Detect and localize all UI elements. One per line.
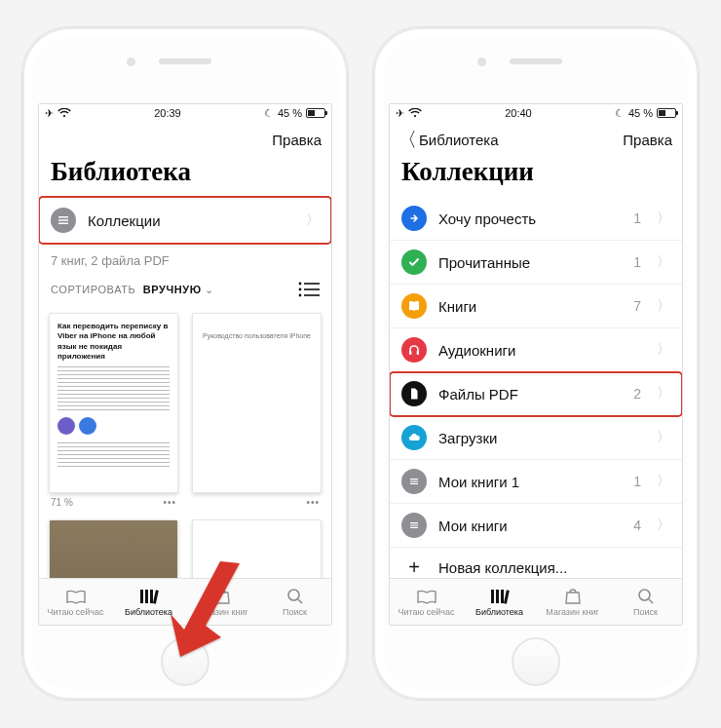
collection-row[interactable]: Прочитанные1〉 — [390, 241, 682, 285]
collection-row[interactable]: Загрузки〉 — [390, 416, 682, 460]
status-time: 20:40 — [505, 107, 532, 119]
collection-row[interactable]: Аудиокниги〉 — [390, 328, 682, 372]
collection-count: 2 — [633, 386, 641, 402]
library-icon — [138, 588, 160, 605]
list-view-icon[interactable] — [298, 282, 320, 297]
tab-store[interactable]: Магазин книг — [185, 579, 258, 625]
new-collection-row[interactable]: +Новая коллекция... — [390, 548, 682, 578]
collection-count: 1 — [633, 254, 641, 270]
phone-speaker — [159, 58, 211, 64]
svg-rect-18 — [503, 590, 509, 603]
edit-button[interactable]: Правка — [272, 132, 322, 148]
svg-line-11 — [298, 599, 302, 603]
tab-label: Читаю сейчас — [398, 607, 454, 617]
cover-title: Как переводить переписку в Viber на iPho… — [57, 322, 170, 363]
chevron-right-icon: 〉 — [657, 517, 670, 534]
cloud-icon — [401, 425, 427, 450]
tab-search[interactable]: Поиск — [609, 579, 682, 625]
collection-row[interactable]: Файлы PDF2〉 — [390, 372, 682, 416]
tab-search[interactable]: Поиск — [258, 579, 331, 625]
book-item[interactable]: Руководство пользователя iPhone ••• — [192, 313, 322, 508]
tab-reading-now[interactable]: Читаю сейчас — [39, 579, 112, 625]
book-cover: ФРЭНК — [192, 519, 322, 578]
chevron-right-icon: 〉 — [657, 429, 670, 446]
collection-row[interactable]: Хочу прочесть1〉 — [390, 197, 682, 241]
svg-rect-5 — [304, 294, 320, 296]
wifi-icon — [57, 108, 71, 118]
arrow-icon — [401, 206, 427, 231]
status-time: 20:39 — [154, 107, 181, 119]
chevron-right-icon: 〉 — [657, 253, 670, 271]
collection-label: Прочитанные — [438, 254, 622, 271]
doc-icon — [401, 381, 427, 406]
book-cover: Руководство пользователя iPhone — [192, 313, 322, 493]
tab-label: Поиск — [283, 607, 307, 617]
status-bar: ✈︎ 20:39 ☾ 45 % — [39, 104, 331, 122]
svg-line-20 — [649, 599, 653, 603]
collection-row[interactable]: Мои книги4〉 — [390, 504, 682, 548]
library-counts: 7 книг, 2 файла PDF — [39, 244, 331, 282]
book-open-icon — [65, 588, 87, 605]
book-item[interactable]: ФРЭНК — [192, 519, 322, 578]
collection-count: 1 — [633, 211, 641, 226]
chevron-right-icon: 〉 — [657, 297, 670, 315]
chevron-right-icon: 〉 — [657, 473, 670, 490]
book-cover: Как переводить переписку в Viber на iPho… — [49, 313, 178, 493]
books-grid: Как переводить переписку в Viber на iPho… — [39, 307, 331, 578]
moon-icon: ☾ — [264, 107, 274, 120]
book-item[interactable]: Как переводить переписку в Viber на iPho… — [49, 313, 178, 508]
svg-point-0 — [299, 283, 302, 286]
battery-icon — [657, 108, 676, 118]
svg-rect-13 — [409, 351, 411, 355]
phone-speaker — [510, 58, 562, 64]
collection-label: Загрузки — [438, 430, 629, 446]
cover-subtitle: Руководство пользователя iPhone — [201, 331, 313, 340]
book-item[interactable]: ГЮГО — [49, 519, 178, 578]
book-icon — [401, 293, 427, 319]
svg-rect-14 — [417, 351, 419, 355]
collections-list: Хочу прочесть1〉Прочитанные1〉Книги7〉Аудио… — [390, 197, 682, 578]
collections-row[interactable]: Коллекции 〉 — [39, 197, 331, 244]
wifi-icon — [408, 108, 422, 118]
collections-label: Коллекции — [88, 212, 294, 229]
tab-label: Библиотека — [475, 607, 523, 617]
progress-text: 71 % — [51, 497, 73, 508]
tab-library[interactable]: Библиотека — [463, 579, 536, 625]
svg-rect-6 — [140, 590, 143, 603]
more-icon[interactable]: ••• — [163, 497, 176, 508]
back-button[interactable]: 〈 Библиотека — [398, 130, 499, 149]
svg-rect-3 — [304, 288, 320, 290]
tab-label: Магазин книг — [546, 607, 598, 617]
phone-camera — [477, 57, 486, 66]
collection-row[interactable]: Книги7〉 — [390, 285, 682, 328]
sort-row[interactable]: СОРТИРОВАТЬ ВРУЧНУЮ ⌄ — [39, 282, 331, 307]
battery-icon — [306, 108, 325, 118]
svg-rect-1 — [304, 283, 320, 285]
headphones-icon — [401, 337, 427, 363]
screen-collections: ✈︎ 20:40 ☾ 45 % 〈 Библиотека Правка Колл… — [389, 103, 683, 626]
moon-icon: ☾ — [615, 107, 625, 120]
navbar: 〈 Библиотека Правка — [390, 122, 682, 155]
home-button[interactable] — [512, 637, 560, 686]
more-icon[interactable]: ••• — [306, 497, 320, 508]
book-open-icon — [416, 588, 437, 605]
bag-icon — [562, 588, 584, 605]
status-bar: ✈︎ 20:40 ☾ 45 % — [390, 104, 682, 122]
tab-reading-now[interactable]: Читаю сейчас — [390, 579, 463, 625]
home-button[interactable] — [161, 637, 209, 686]
battery-percent: 45 % — [278, 107, 302, 119]
tab-bar: Читаю сейчас Библиотека Магазин книг Пои… — [390, 578, 682, 625]
edit-button[interactable]: Правка — [623, 132, 672, 148]
svg-rect-7 — [145, 590, 148, 603]
plus-icon: + — [401, 556, 427, 578]
search-icon — [635, 588, 657, 605]
airplane-icon: ✈︎ — [45, 107, 54, 120]
new-collection-label: Новая коллекция... — [438, 559, 670, 576]
collection-row[interactable]: Мои книги 11〉 — [390, 460, 682, 504]
sort-label: СОРТИРОВАТЬ — [51, 284, 135, 295]
back-label: Библиотека — [419, 132, 499, 148]
tab-library[interactable]: Библиотека — [112, 579, 185, 625]
lines-icon — [401, 469, 427, 494]
tab-store[interactable]: Магазин книг — [536, 579, 609, 625]
collection-label: Книги — [438, 298, 622, 315]
